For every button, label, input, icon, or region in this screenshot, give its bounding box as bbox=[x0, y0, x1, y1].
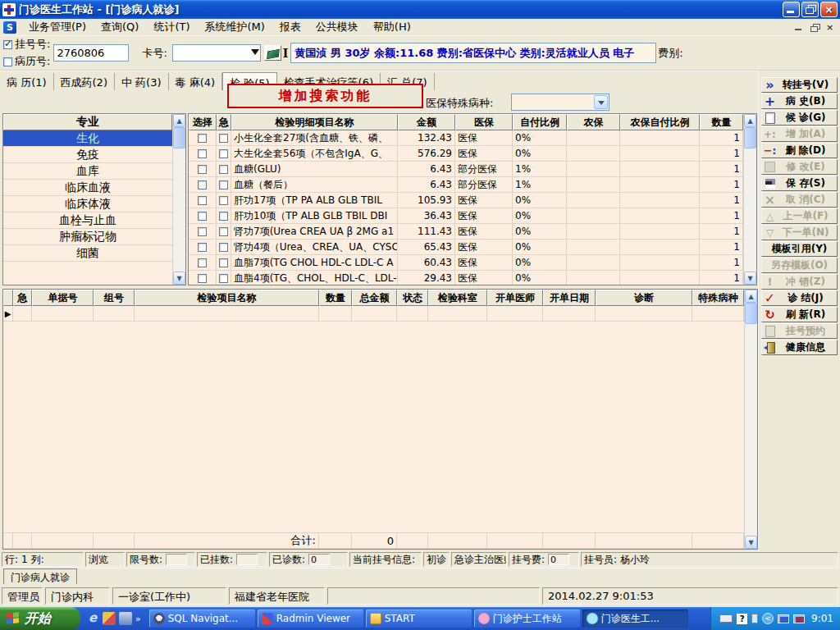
side-button-2[interactable]: 候 诊(G) bbox=[761, 110, 838, 126]
scroll-up-icon[interactable]: ▲ bbox=[744, 114, 756, 127]
specialty-scrollbar[interactable]: ▲ ▼ bbox=[172, 114, 185, 285]
side-button-4[interactable]: 删 除(D) bbox=[761, 143, 838, 158]
specialty-item[interactable]: 免疫 bbox=[3, 147, 172, 163]
specialty-item[interactable]: 血栓与止血 bbox=[3, 212, 172, 229]
side-button-1[interactable]: 病 史(B) bbox=[761, 94, 838, 109]
row-select-checkbox[interactable] bbox=[198, 212, 207, 221]
row-select-checkbox[interactable] bbox=[198, 243, 207, 252]
tray-app-icon[interactable] bbox=[751, 614, 758, 623]
side-button-16[interactable]: 健康信息 bbox=[761, 340, 838, 355]
row-urgent-checkbox[interactable] bbox=[219, 227, 228, 236]
quick-launch-more-icon[interactable] bbox=[135, 614, 141, 624]
mdi-minimize-button[interactable] bbox=[792, 21, 806, 34]
row-urgent-checkbox[interactable] bbox=[219, 180, 228, 189]
detail-scrollbar[interactable]: ▲ ▼ bbox=[743, 114, 756, 285]
side-button-0[interactable]: 转挂号(V) bbox=[761, 77, 838, 93]
task-button-4[interactable]: 门诊医生工... bbox=[582, 609, 688, 628]
scroll-up-icon[interactable]: ▲ bbox=[745, 290, 757, 303]
mdi-close-button[interactable]: × bbox=[823, 21, 837, 34]
menu-item-3[interactable]: 系统维护(M) bbox=[197, 18, 272, 36]
detail-row[interactable]: 血脂7项(TG CHOL HDL-C LDL-C A60.43医保0%1 bbox=[189, 255, 743, 271]
row-urgent-checkbox[interactable] bbox=[219, 196, 228, 205]
specialty-item[interactable]: 细菌 bbox=[3, 245, 172, 262]
row-select-checkbox[interactable] bbox=[198, 227, 207, 236]
side-button-13[interactable]: 诊 结(J) bbox=[761, 290, 838, 306]
close-button[interactable]: × bbox=[820, 2, 838, 17]
scroll-down-icon[interactable]: ▼ bbox=[173, 272, 185, 285]
task-button-2[interactable]: START bbox=[366, 609, 472, 628]
order-first-row[interactable]: ▶ bbox=[3, 306, 744, 322]
row-select-checkbox[interactable] bbox=[198, 180, 207, 189]
menu-item-1[interactable]: 查询(Q) bbox=[94, 18, 146, 36]
combo-dropdown-icon[interactable] bbox=[594, 95, 608, 109]
help-icon[interactable] bbox=[737, 614, 747, 624]
reg-no-checkbox[interactable] bbox=[3, 40, 12, 49]
network-computer2-icon[interactable] bbox=[793, 614, 805, 623]
scroll-track[interactable] bbox=[173, 148, 185, 272]
detail-row[interactable]: 肝功17项（TP PA ALB GLB TBIL105.93医保0%1 bbox=[189, 193, 743, 208]
restore-button[interactable] bbox=[801, 2, 819, 17]
row-select-checkbox[interactable] bbox=[198, 274, 207, 283]
ie-icon[interactable] bbox=[86, 612, 99, 625]
task-button-0[interactable]: SQL Navigat... bbox=[149, 609, 255, 628]
detail-row[interactable]: 小生化全套27项(含血糖、铁、磷、132.43医保0%1 bbox=[189, 130, 743, 146]
row-select-checkbox[interactable] bbox=[198, 134, 207, 143]
side-button-5[interactable]: 修 改(E) bbox=[761, 159, 838, 175]
row-urgent-checkbox[interactable] bbox=[219, 134, 228, 143]
row-select-checkbox[interactable] bbox=[198, 196, 207, 205]
special-disease-combo[interactable] bbox=[511, 94, 609, 111]
side-button-8[interactable]: 上一单(F) bbox=[761, 208, 838, 224]
row-select-checkbox[interactable] bbox=[198, 258, 207, 267]
start-button[interactable]: 开始 bbox=[0, 607, 80, 630]
side-button-3[interactable]: 增 加(A) bbox=[761, 126, 838, 142]
detail-row[interactable]: 血糖(GLU)6.43部分医保1%1 bbox=[189, 162, 743, 177]
detail-row[interactable]: 血脂4项(TG、CHOL、HDL-C、LDL-29.43医保0%1 bbox=[189, 271, 743, 285]
tab-1[interactable]: 西成药(2) bbox=[54, 73, 115, 90]
menu-item-6[interactable]: 帮助(H) bbox=[366, 18, 418, 36]
scroll-track[interactable] bbox=[744, 148, 756, 272]
side-button-9[interactable]: 下一单(N) bbox=[761, 225, 838, 240]
scroll-down-icon[interactable]: ▼ bbox=[745, 536, 757, 549]
record-no-checkbox[interactable] bbox=[3, 57, 12, 66]
row-urgent-checkbox[interactable] bbox=[219, 165, 228, 174]
task-button-1[interactable]: Radmin Viewer bbox=[258, 609, 363, 628]
row-select-checkbox[interactable] bbox=[198, 149, 207, 158]
side-button-10[interactable]: 模板引用(Y) bbox=[761, 241, 838, 257]
row-urgent-checkbox[interactable] bbox=[219, 258, 228, 267]
tab-0[interactable]: 病 历(1) bbox=[0, 73, 54, 90]
menu-item-4[interactable]: 报表 bbox=[272, 18, 308, 36]
row-urgent-checkbox[interactable] bbox=[219, 149, 228, 158]
specialty-item[interactable]: 血库 bbox=[3, 163, 172, 180]
row-urgent-checkbox[interactable] bbox=[219, 274, 228, 283]
detail-row[interactable]: 肝功10项（TP ALB GLB TBIL DBI36.43医保0%1 bbox=[189, 208, 743, 224]
tab-2[interactable]: 中 药(3) bbox=[115, 73, 169, 90]
scroll-down-icon[interactable]: ▼ bbox=[744, 272, 756, 285]
scroll-thumb[interactable] bbox=[744, 127, 756, 148]
menu-item-2[interactable]: 统计(T) bbox=[146, 18, 197, 36]
minimize-button[interactable] bbox=[783, 2, 800, 17]
specialty-item[interactable]: 临床血液 bbox=[3, 180, 172, 196]
row-select-checkbox[interactable] bbox=[198, 165, 207, 174]
scroll-up-icon[interactable]: ▲ bbox=[173, 114, 185, 127]
specialty-item[interactable]: 生化 bbox=[3, 130, 172, 147]
menu-item-0[interactable]: 业务管理(P) bbox=[21, 18, 94, 36]
specialty-item[interactable]: 临床体液 bbox=[3, 196, 172, 212]
hide-icons-chevron-icon[interactable] bbox=[762, 613, 774, 624]
detail-row[interactable]: 血糖（餐后）6.43部分医保1%1 bbox=[189, 177, 743, 193]
network-computer-icon[interactable] bbox=[778, 614, 789, 623]
scroll-track[interactable] bbox=[745, 324, 757, 536]
side-button-6[interactable]: 保 存(S) bbox=[761, 176, 838, 191]
detail-row[interactable]: 肾功4项（Urea、CREA、UA、CYSC65.43医保0%1 bbox=[189, 240, 743, 255]
quick-launch-app2-icon[interactable] bbox=[119, 612, 132, 625]
row-urgent-checkbox[interactable] bbox=[219, 243, 228, 252]
detail-row[interactable]: 肾功7项(Urea CREA UA β 2MG a1111.43医保0%1 bbox=[189, 224, 743, 240]
reg-no-input[interactable] bbox=[53, 44, 129, 62]
card-combo-arrow-icon[interactable] bbox=[251, 49, 259, 55]
scroll-thumb[interactable] bbox=[745, 303, 757, 324]
workspace-tab[interactable]: 门诊病人就诊 bbox=[3, 568, 77, 584]
side-button-12[interactable]: 冲 销(Z) bbox=[761, 274, 838, 290]
side-button-11[interactable]: 另存模板(O) bbox=[761, 258, 838, 273]
keyboard-icon[interactable] bbox=[719, 614, 733, 623]
task-button-3[interactable]: 门诊护士工作站 bbox=[474, 609, 580, 628]
side-button-15[interactable]: 挂号预约 bbox=[761, 323, 838, 339]
